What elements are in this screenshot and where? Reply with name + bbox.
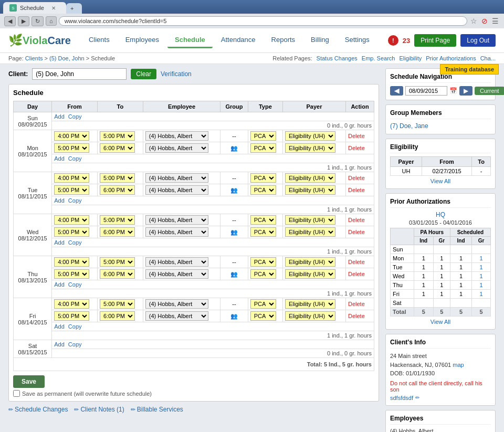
wed-add-link[interactable]: Add [54,239,65,246]
mon-from2-select[interactable]: 5:00 PM [54,143,89,153]
tue-type2-select[interactable]: PCA [250,185,276,195]
wed-emp2-select[interactable]: (4) Hobbs, Albert [145,227,208,237]
wed-type2-select[interactable]: PCA [250,227,276,237]
breadcrumb-client[interactable]: (5) Doe, John [49,55,85,61]
refresh-button[interactable]: ↻ [32,16,44,26]
edit-phone-icon[interactable]: ✏ [415,395,419,401]
sat-copy-link[interactable]: Copy [68,341,82,347]
fri-emp1-select[interactable]: (4) Hobbs, Albert [145,299,208,309]
thu-copy-link[interactable]: Copy [68,281,82,288]
thu-payer2-select[interactable]: Eligibility (UH) [285,269,335,279]
related-eligibility[interactable]: Eligibility [399,55,422,61]
back-button[interactable]: ◀ [4,16,16,26]
nav-settings[interactable]: Settings [338,33,377,48]
print-page-button[interactable]: Print Page [414,34,456,47]
sat-add-link[interactable]: Add [54,341,65,347]
wed-from2-select[interactable]: 5:00 PM [54,227,89,237]
menu-icon[interactable]: ☰ [491,16,500,26]
next-week-button[interactable]: ▶ [459,86,472,96]
tue-delete1[interactable]: Delete [348,175,365,181]
thu-to2-select[interactable]: 6:00 PM [100,269,135,279]
tue-to2-select[interactable]: 6:00 PM [100,185,135,195]
save-permanent-checkbox[interactable] [13,390,20,397]
wed-to1-select[interactable]: 5:00 PM [100,215,135,225]
wed-delete2[interactable]: Delete [348,229,365,235]
client-input[interactable] [32,68,127,80]
related-emp-search[interactable]: Emp. Search [362,55,395,61]
forward-button[interactable]: ▶ [18,16,29,26]
mon-add-link[interactable]: Add [54,155,65,162]
save-button[interactable]: Save [13,375,45,388]
mon-delete2[interactable]: Delete [348,145,365,151]
thu-emp2-select[interactable]: (4) Hobbs, Albert [145,269,208,279]
fri-from1-select[interactable]: 4:00 PM [54,299,89,309]
prior-auth-view-all[interactable]: View All [390,319,491,325]
verification-link[interactable]: Verification [161,70,192,78]
active-tab[interactable]: S Schedule ✕ [3,2,66,14]
fri-delete1[interactable]: Delete [348,301,365,307]
related-more[interactable]: Cha... [480,55,496,61]
thu-add-link[interactable]: Add [54,281,65,288]
thu-emp1-select[interactable]: (4) Hobbs, Albert [145,257,208,267]
fri-copy-link[interactable]: Copy [68,323,82,330]
sun-add-link[interactable]: Add [54,113,65,120]
fri-delete2[interactable]: Delete [348,313,365,319]
home-button[interactable]: ⌂ [46,16,57,26]
group-member-link[interactable]: (7) Doe, Jane [390,122,428,130]
nav-billing[interactable]: Billing [303,33,337,48]
fri-type1-select[interactable]: PCA [250,299,276,309]
prior-auth-hq-link[interactable]: HQ [390,211,491,218]
address-bar[interactable] [59,16,467,26]
tue-payer1-select[interactable]: Eligibility (UH) [285,173,335,183]
mon-payer1-select[interactable]: Eligibility (UH) [285,131,335,141]
wed-copy-link[interactable]: Copy [68,239,82,246]
schedule-changes-link[interactable]: Schedule Changes [8,406,68,413]
mon-emp2-select[interactable]: (4) Hobbs, Albert [145,143,208,153]
wed-type1-select[interactable]: PCA [250,215,276,225]
thu-delete1[interactable]: Delete [348,259,365,265]
tue-payer2-select[interactable]: Eligibility (UH) [285,185,335,195]
fri-payer2-select[interactable]: Eligibility (UH) [285,311,335,321]
breadcrumb-clients[interactable]: Clients [25,55,43,61]
tue-from1-select[interactable]: 4:00 PM [54,173,89,183]
tue-delete2[interactable]: Delete [348,187,365,193]
related-prior-auth[interactable]: Prior Authorizations [426,55,476,61]
wed-emp1-select[interactable]: (4) Hobbs, Albert [145,215,208,225]
tue-add-link[interactable]: Add [54,197,65,204]
wed-delete1[interactable]: Delete [348,217,365,223]
mon-payer2-select[interactable]: Eligibility (UH) [285,143,335,153]
tue-from2-select[interactable]: 5:00 PM [54,185,89,195]
wed-from1-select[interactable]: 4:00 PM [54,215,89,225]
thu-from1-select[interactable]: 4:00 PM [54,257,89,267]
wed-payer2-select[interactable]: Eligibility (UH) [285,227,335,237]
billable-services-link[interactable]: Billable Services [131,406,183,413]
thu-from2-select[interactable]: 5:00 PM [54,269,89,279]
nav-clients[interactable]: Clients [81,33,117,48]
thu-delete2[interactable]: Delete [348,271,365,277]
mon-type2-select[interactable]: PCA [250,143,276,153]
tue-emp1-select[interactable]: (4) Hobbs, Albert [145,173,208,183]
week-date-input[interactable] [405,86,447,96]
clear-button[interactable]: Clear [131,69,156,79]
mon-to1-select[interactable]: 5:00 PM [100,131,135,141]
client-notes-link[interactable]: Client Notes (1) [74,406,124,413]
logout-button[interactable]: Log Out [460,34,496,47]
stop-icon[interactable]: ⊘ [480,16,489,26]
thu-payer1-select[interactable]: Eligibility (UH) [285,257,335,267]
fri-payer1-select[interactable]: Eligibility (UH) [285,299,335,309]
tue-copy-link[interactable]: Copy [68,197,82,204]
thu-type1-select[interactable]: PCA [250,257,276,267]
wed-to2-select[interactable]: 6:00 PM [100,227,135,237]
mon-copy-link[interactable]: Copy [68,155,82,162]
client-map-link[interactable]: map [453,362,464,368]
related-status-changes[interactable]: Status Changes [317,55,358,61]
tab-close[interactable]: ✕ [51,5,56,11]
calendar-icon[interactable]: 📅 [449,87,457,94]
eligibility-view-all[interactable]: View All [390,178,491,184]
wed-payer1-select[interactable]: Eligibility (UH) [285,215,335,225]
prev-week-button[interactable]: ◀ [390,86,403,96]
sun-copy-link[interactable]: Copy [68,113,82,120]
mon-emp1-select[interactable]: (4) Hobbs, Albert [145,131,208,141]
mon-from1-select[interactable]: 4:00 PM [54,131,89,141]
fri-type2-select[interactable]: PCA [250,311,276,321]
